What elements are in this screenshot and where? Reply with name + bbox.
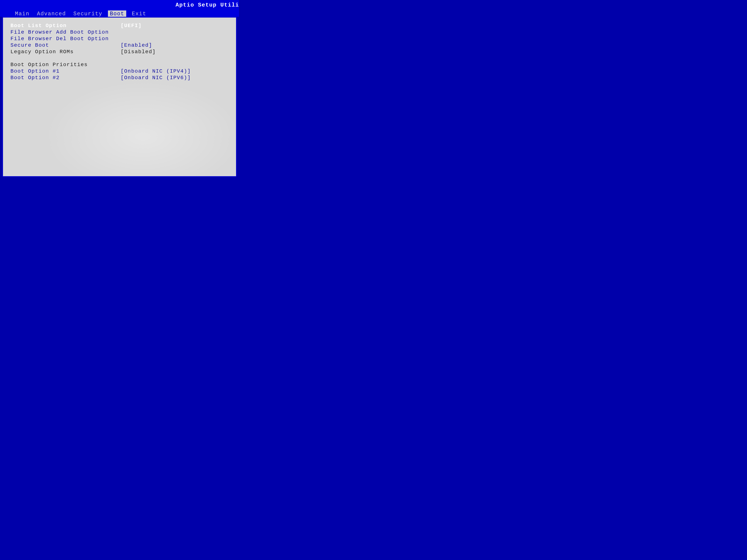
- file-browser-add-row[interactable]: File Browser Add Boot Option: [10, 29, 229, 35]
- tab-boot[interactable]: Boot: [108, 10, 126, 17]
- tab-bar: Main Advanced Security Boot Exit: [0, 10, 239, 17]
- boot-option-2-row[interactable]: Boot Option #2 [Onboard NIC (IPV6)]: [10, 75, 229, 81]
- tab-exit[interactable]: Exit: [130, 10, 148, 17]
- file-browser-del-row[interactable]: File Browser Del Boot Option: [10, 36, 229, 42]
- tab-main[interactable]: Main: [13, 10, 31, 17]
- boot-option-2-value: [Onboard NIC (IPV6)]: [121, 75, 229, 81]
- file-browser-del-label: File Browser Del Boot Option: [10, 36, 121, 42]
- spacer: [10, 55, 229, 62]
- boot-priorities-header: Boot Option Priorities: [10, 62, 121, 68]
- tab-security[interactable]: Security: [72, 10, 104, 17]
- utility-title: Aptio Setup Utili: [176, 2, 239, 8]
- legacy-option-roms-value: [Disabled]: [121, 49, 229, 55]
- boot-list-option-label: Boot List Option: [10, 23, 121, 29]
- secure-boot-value: [Enabled]: [121, 43, 229, 48]
- legacy-option-roms-row: Legacy Option ROMs [Disabled]: [10, 49, 229, 55]
- boot-list-option-row[interactable]: Boot List Option [UEFI]: [10, 23, 229, 29]
- boot-option-1-row[interactable]: Boot Option #1 [Onboard NIC (IPV4)]: [10, 68, 229, 74]
- file-browser-add-label: File Browser Add Boot Option: [10, 29, 121, 35]
- tab-advanced[interactable]: Advanced: [35, 10, 68, 17]
- boot-priorities-header-row: Boot Option Priorities: [10, 62, 229, 68]
- boot-option-1-label: Boot Option #1: [10, 68, 121, 74]
- secure-boot-row[interactable]: Secure Boot [Enabled]: [10, 43, 229, 48]
- bios-setup-screen: Aptio Setup Utili Main Advanced Security…: [0, 0, 239, 179]
- legacy-option-roms-label: Legacy Option ROMs: [10, 49, 121, 55]
- boot-list-option-value: [UEFI]: [121, 23, 229, 29]
- header-bar: Aptio Setup Utili Main Advanced Security…: [0, 0, 239, 17]
- boot-option-2-label: Boot Option #2: [10, 75, 121, 81]
- boot-settings-panel: Boot List Option [UEFI] File Browser Add…: [2, 17, 237, 177]
- boot-option-1-value: [Onboard NIC (IPV4)]: [121, 68, 229, 74]
- secure-boot-label: Secure Boot: [10, 43, 121, 48]
